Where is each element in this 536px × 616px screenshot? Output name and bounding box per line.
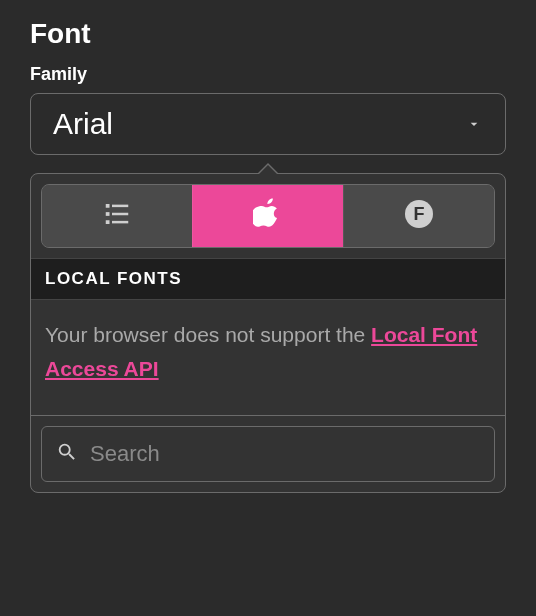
tab-list[interactable] — [42, 185, 192, 247]
svg-rect-2 — [106, 212, 110, 216]
search-icon — [56, 441, 78, 467]
svg-rect-1 — [112, 205, 128, 208]
font-panel: Font Family Arial — [0, 0, 536, 511]
tab-font-badge[interactable]: F — [343, 185, 494, 247]
segmented-wrap: F — [31, 174, 505, 258]
message-text: Your browser does not support the — [45, 323, 371, 346]
font-source-tabs: F — [41, 184, 495, 248]
search-field[interactable] — [41, 426, 495, 482]
svg-rect-0 — [106, 204, 110, 208]
apple-icon — [253, 197, 283, 235]
family-select-value: Arial — [53, 107, 113, 141]
popover-arrow — [257, 163, 279, 174]
search-input[interactable] — [90, 441, 480, 467]
section-title: Font — [30, 18, 506, 50]
local-fonts-header: LOCAL FONTS — [31, 258, 505, 300]
svg-rect-4 — [106, 220, 110, 224]
chevron-down-icon — [465, 115, 483, 133]
search-wrap — [31, 416, 505, 492]
tab-apple[interactable] — [192, 185, 343, 247]
font-badge-icon: F — [403, 198, 435, 234]
svg-text:F: F — [414, 204, 425, 224]
local-fonts-message: Your browser does not support the Local … — [31, 300, 505, 415]
svg-rect-5 — [112, 221, 128, 224]
family-label: Family — [30, 64, 506, 85]
font-popover-wrap: F LOCAL FONTS Your browser does not supp… — [30, 173, 506, 493]
family-select[interactable]: Arial — [30, 93, 506, 155]
list-icon — [102, 199, 132, 233]
svg-rect-3 — [112, 213, 128, 216]
font-popover: F LOCAL FONTS Your browser does not supp… — [30, 173, 506, 493]
